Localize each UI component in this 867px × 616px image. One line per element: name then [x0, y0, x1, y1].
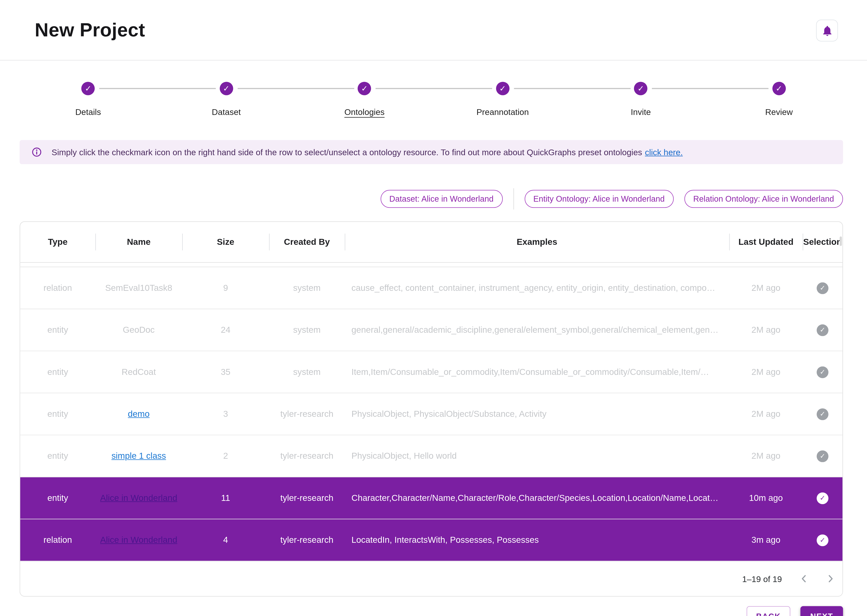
- column-header-created-by: Created By: [269, 237, 345, 247]
- step-ontologies[interactable]: Ontologies: [296, 82, 434, 116]
- step-label: Preannotation: [476, 107, 529, 116]
- cell-last-updated: 2M ago: [729, 367, 803, 377]
- cell-last-updated: 2M ago: [729, 283, 803, 293]
- cell-type: entity: [20, 325, 95, 335]
- table-header: Type Name Size Created By Examples Last …: [20, 222, 842, 263]
- cell-size: 3: [182, 409, 269, 419]
- ontology-name-link[interactable]: Alice in Wonderland: [100, 493, 178, 503]
- table-footer: 1–19 of 19: [20, 561, 842, 596]
- column-header-size: Size: [182, 237, 269, 247]
- cell-type: entity: [20, 367, 95, 377]
- click-here-link[interactable]: click here.: [645, 147, 683, 157]
- cell-examples: Character,Character/Name,Character/Role,…: [345, 493, 729, 503]
- cell-last-updated: 2M ago: [729, 409, 803, 419]
- new-project-page: New Project Details Dataset Ontologies P…: [0, 0, 867, 616]
- cell-name: RedCoat: [95, 367, 183, 377]
- ontology-name-link[interactable]: simple 1 class: [112, 451, 166, 460]
- select-checkmark-icon[interactable]: [817, 534, 829, 546]
- ontology-name-link[interactable]: Alice in Wonderland: [100, 535, 178, 545]
- cell-type: entity: [20, 409, 95, 419]
- table-row: relation SemEval10Task8 9 system cause_e…: [20, 267, 842, 309]
- column-header-type: Type: [20, 237, 95, 247]
- cell-last-updated: 10m ago: [729, 493, 803, 503]
- table-row-selected: entity Alice in Wonderland 11 tyler-rese…: [20, 477, 842, 519]
- ontology-name-link[interactable]: demo: [128, 409, 149, 419]
- table-row: entity demo 3 tyler-research PhysicalObj…: [20, 393, 842, 435]
- step-label: Invite: [631, 107, 651, 116]
- chip-entity-ontology: Entity Ontology: Alice in Wonderland: [524, 190, 673, 208]
- column-header-name: Name: [95, 237, 183, 247]
- cell-created-by: tyler-research: [269, 493, 345, 503]
- cell-created-by: tyler-research: [269, 451, 345, 461]
- step-complete-icon: [772, 82, 786, 95]
- cell-created-by: tyler-research: [269, 409, 345, 419]
- cell-created-by: system: [269, 283, 345, 293]
- step-review[interactable]: Review: [710, 82, 848, 116]
- cell-created-by: system: [269, 325, 345, 335]
- cell-name: GeoDoc: [95, 325, 183, 335]
- back-button[interactable]: BACK: [746, 606, 790, 616]
- cell-examples: LocatedIn, InteractsWith, Possesses, Pos…: [345, 535, 729, 545]
- cell-last-updated: 2M ago: [729, 325, 803, 335]
- select-checkmark-icon[interactable]: [817, 324, 829, 336]
- cell-examples: PhysicalObject, Hello world: [345, 451, 729, 461]
- cell-created-by: tyler-research: [269, 535, 345, 545]
- cell-created-by: system: [269, 367, 345, 377]
- cell-examples: cause_effect, content_container, instrum…: [345, 283, 729, 293]
- select-checkmark-icon[interactable]: [817, 282, 829, 294]
- pagination-range: 1–19 of 19: [742, 574, 782, 583]
- step-dataset[interactable]: Dataset: [157, 82, 295, 116]
- notifications-button[interactable]: [816, 20, 838, 41]
- step-label: Review: [765, 107, 793, 116]
- step-preannotation[interactable]: Preannotation: [434, 82, 572, 116]
- select-checkmark-icon[interactable]: [817, 450, 829, 462]
- bell-icon: [821, 24, 833, 37]
- step-complete-icon: [82, 82, 95, 95]
- wizard-actions: BACK NEXT: [20, 606, 843, 616]
- banner-text: Simply click the checkmark icon on the r…: [52, 147, 642, 157]
- step-complete-icon: [220, 82, 233, 95]
- wizard-stepper: Details Dataset Ontologies Preannotation…: [0, 61, 867, 116]
- step-complete-icon: [496, 82, 510, 95]
- column-separator: [345, 234, 345, 250]
- cell-type: relation: [20, 283, 95, 293]
- table-row: entity GeoDoc 24 system general,general/…: [20, 309, 842, 351]
- page-title: New Project: [35, 19, 145, 41]
- table-scrollbar-thumb[interactable]: [840, 236, 842, 246]
- cell-size: 9: [182, 283, 269, 293]
- select-checkmark-icon[interactable]: [817, 408, 829, 420]
- column-separator: [729, 234, 730, 250]
- select-checkmark-icon[interactable]: [817, 492, 829, 504]
- chevron-right-icon[interactable]: [823, 571, 838, 586]
- chevron-left-icon[interactable]: [796, 571, 811, 586]
- cell-size: 35: [182, 367, 269, 377]
- column-separator: [803, 234, 803, 250]
- cell-last-updated: 2M ago: [729, 451, 803, 461]
- table-scroll-gap: [20, 263, 842, 267]
- cell-last-updated: 3m ago: [729, 535, 803, 545]
- cell-size: 2: [182, 451, 269, 461]
- info-icon: [31, 147, 42, 157]
- column-separator: [95, 234, 96, 250]
- cell-examples: general,general/academic_discipline,gene…: [345, 325, 729, 335]
- info-banner: Simply click the checkmark icon on the r…: [20, 140, 843, 164]
- select-checkmark-icon[interactable]: [817, 366, 829, 378]
- selection-chips-row: Dataset: Alice in Wonderland Entity Onto…: [20, 188, 843, 209]
- step-label-active: Ontologies: [345, 107, 384, 116]
- chips-divider: [513, 188, 514, 209]
- cell-examples: Item,Item/Consumable_or_commodity,Item/C…: [345, 367, 729, 377]
- chip-dataset: Dataset: Alice in Wonderland: [381, 190, 503, 208]
- next-button[interactable]: NEXT: [801, 606, 843, 616]
- step-complete-icon: [634, 82, 648, 95]
- table-row-selected: relation Alice in Wonderland 4 tyler-res…: [20, 519, 842, 561]
- column-separator: [269, 234, 270, 250]
- cell-size: 11: [182, 493, 269, 503]
- step-invite[interactable]: Invite: [572, 82, 710, 116]
- step-label: Dataset: [212, 107, 241, 116]
- cell-type: entity: [20, 493, 95, 503]
- step-details[interactable]: Details: [19, 82, 157, 116]
- cell-name: SemEval10Task8: [95, 283, 183, 293]
- cell-type: relation: [20, 535, 95, 545]
- step-complete-icon: [358, 82, 371, 95]
- cell-size: 24: [182, 325, 269, 335]
